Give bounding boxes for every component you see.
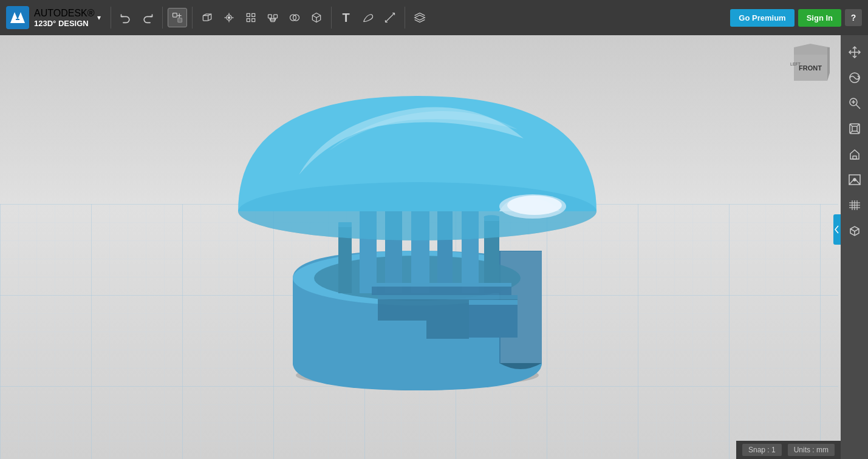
- pan-button[interactable]: [844, 41, 866, 63]
- 3d-model-container: [208, 66, 633, 406]
- logo-dropdown-arrow[interactable]: ▾: [97, 13, 101, 22]
- right-panel-collapse-tab[interactable]: [833, 214, 841, 245]
- shape-tools-group: [196, 8, 327, 27]
- svg-rect-4: [177, 18, 182, 22]
- fit-view-button[interactable]: [844, 118, 866, 140]
- primitives-group: [166, 8, 188, 27]
- units-status[interactable]: Units : mm: [788, 444, 835, 456]
- divider-2: [162, 7, 163, 29]
- svg-rect-5: [203, 16, 208, 21]
- svg-rect-9: [273, 15, 277, 18]
- svg-rect-69: [852, 126, 857, 131]
- logo-area[interactable]: AUTODESK® 123D° DESIGN ▾: [0, 6, 107, 29]
- toolbar-right: Go Premium Sign In ?: [730, 9, 868, 27]
- layers-button[interactable]: [410, 8, 429, 27]
- view-cube-svg: FRONT LEFT: [789, 42, 835, 88]
- help-button[interactable]: ?: [845, 9, 862, 26]
- text-button[interactable]: T: [337, 8, 356, 27]
- perspective-button[interactable]: [844, 169, 866, 191]
- right-tools-panel: [841, 35, 868, 459]
- main-toolbar: AUTODESK® 123D° DESIGN ▾: [0, 0, 868, 35]
- app-name: 123D° DESIGN: [34, 19, 95, 28]
- layers-group: [409, 8, 431, 27]
- sign-in-button[interactable]: Sign In: [798, 9, 841, 27]
- transform-button[interactable]: [241, 8, 261, 27]
- divider-5: [405, 7, 405, 29]
- measure-button[interactable]: [380, 8, 400, 27]
- svg-text:FRONT: FRONT: [799, 64, 822, 72]
- primitives-button[interactable]: [197, 8, 217, 27]
- zoom-button[interactable]: [844, 92, 866, 114]
- svg-rect-1: [173, 13, 177, 18]
- svg-line-17: [385, 13, 394, 22]
- publisher-name: AUTODESK®: [34, 8, 95, 19]
- svg-rect-51: [469, 301, 518, 338]
- orbit-button[interactable]: [844, 67, 866, 89]
- smart-duplicate-button[interactable]: [219, 8, 239, 27]
- sketch-button[interactable]: [358, 8, 378, 27]
- text-sketch-group: T: [335, 8, 401, 27]
- svg-rect-50: [372, 283, 511, 287]
- 3d-viewport[interactable]: [0, 35, 841, 459]
- new-shape-button[interactable]: [168, 8, 187, 27]
- undo-redo-group: [115, 8, 159, 27]
- svg-point-7: [228, 16, 230, 18]
- svg-rect-0: [6, 6, 29, 29]
- svg-rect-8: [268, 15, 272, 18]
- boolean-button[interactable]: [285, 8, 304, 27]
- home-view-button[interactable]: [844, 143, 866, 165]
- grid-settings-button[interactable]: [844, 194, 866, 216]
- svg-point-56: [507, 195, 562, 215]
- snap-status[interactable]: Snap : 1: [742, 444, 782, 456]
- divider-1: [111, 7, 111, 29]
- undo-button[interactable]: [116, 8, 135, 27]
- status-bar: Snap : 1 Units : mm: [736, 441, 841, 459]
- material-button[interactable]: [844, 220, 866, 242]
- go-premium-button[interactable]: Go Premium: [730, 9, 794, 27]
- cube-button[interactable]: [307, 8, 326, 27]
- svg-line-65: [856, 105, 860, 109]
- divider-3: [192, 7, 193, 29]
- view-cube[interactable]: FRONT LEFT: [789, 42, 835, 88]
- svg-rect-70: [853, 156, 856, 159]
- 3d-model-svg: [208, 66, 633, 406]
- svg-rect-52: [469, 300, 518, 305]
- redo-button[interactable]: [138, 8, 157, 27]
- logo-text: AUTODESK® 123D° DESIGN: [34, 8, 95, 28]
- autodesk-logo-icon: [6, 6, 29, 29]
- svg-text:LEFT: LEFT: [790, 62, 801, 66]
- divider-4: [331, 7, 332, 29]
- group-button[interactable]: [263, 8, 282, 27]
